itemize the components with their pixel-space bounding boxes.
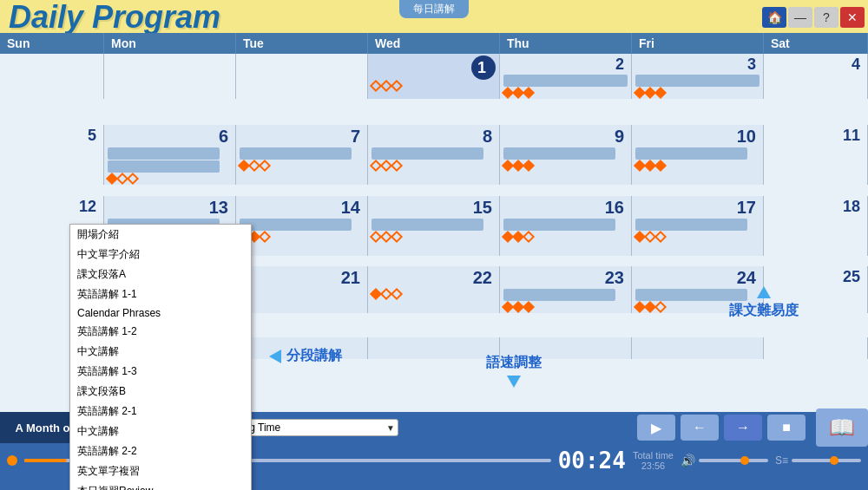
speed-track[interactable] bbox=[792, 459, 861, 462]
cell-feb21[interactable]: 21 bbox=[236, 266, 368, 313]
minimize-button[interactable]: — bbox=[788, 7, 812, 28]
cell-feb4[interactable]: 4 bbox=[764, 54, 868, 99]
diamonds-feb23 bbox=[503, 303, 628, 311]
diamonds-feb6 bbox=[108, 174, 232, 183]
diamonds-feb10 bbox=[635, 161, 760, 170]
book-button[interactable]: 📖 bbox=[816, 408, 868, 447]
lesson-bar-3 bbox=[635, 75, 760, 87]
dropdown-item-1[interactable]: 開場介紹 bbox=[70, 225, 251, 245]
dropdown-item-14[interactable]: 本日複習Review bbox=[70, 481, 251, 490]
day-2: 2 bbox=[503, 56, 628, 74]
dropdown-item-4[interactable]: 英語講解 1-1 bbox=[70, 284, 251, 304]
lesson-b17 bbox=[635, 219, 747, 231]
volume-track[interactable] bbox=[699, 459, 768, 462]
cell-feb16[interactable]: 16 bbox=[500, 196, 632, 256]
speed-section[interactable]: S≡ bbox=[775, 454, 861, 467]
day-10: 10 bbox=[635, 127, 760, 147]
day-16: 16 bbox=[503, 198, 628, 218]
diamonds-feb8 bbox=[372, 161, 496, 170]
lesson-b16 bbox=[503, 219, 615, 231]
dropdown-item-12[interactable]: 英語講解 2-2 bbox=[70, 441, 251, 461]
cell-mar3[interactable] bbox=[632, 337, 764, 359]
cell-feb11[interactable]: 11 bbox=[764, 125, 868, 185]
help-button[interactable]: ? bbox=[814, 7, 838, 28]
dropdown-item-11[interactable]: 中文講解 bbox=[70, 421, 251, 441]
day-7: 7 bbox=[240, 127, 364, 147]
header-fri: Fri bbox=[632, 33, 764, 54]
dropdown-item-7[interactable]: 中文講解 bbox=[70, 342, 251, 362]
cell-empty-2[interactable] bbox=[104, 54, 236, 99]
day-8: 8 bbox=[372, 127, 496, 147]
dropdown-item-13[interactable]: 英文單字複習 bbox=[70, 461, 251, 481]
cell-feb1[interactable]: 1 bbox=[368, 54, 500, 99]
prev-button[interactable]: ← bbox=[681, 415, 719, 441]
diamonds-feb15 bbox=[372, 232, 496, 241]
progress-dot[interactable] bbox=[7, 455, 17, 466]
cell-feb2[interactable]: 2 bbox=[500, 54, 632, 99]
diamonds-feb16 bbox=[503, 232, 628, 241]
dropdown-item-3[interactable]: 課文段落A bbox=[70, 265, 251, 284]
annotation-fenduan: 分段講解 bbox=[269, 347, 342, 365]
cell-mar4[interactable] bbox=[764, 337, 868, 359]
close-button[interactable]: ✕ bbox=[840, 7, 865, 28]
cell-feb14[interactable]: 14 bbox=[236, 196, 368, 256]
day-6: 6 bbox=[108, 127, 232, 147]
app-title: Daily Program bbox=[9, 0, 220, 36]
diamonds-feb3 bbox=[635, 88, 760, 97]
dropdown-item-5[interactable]: Calendar Phrases bbox=[70, 304, 251, 322]
diamonds-feb14 bbox=[240, 232, 364, 241]
day-14: 14 bbox=[240, 198, 364, 218]
day-12: 12 bbox=[3, 198, 100, 216]
cell-feb3[interactable]: 3 bbox=[632, 54, 764, 99]
day-18: 18 bbox=[767, 198, 864, 216]
lesson-dropdown-menu[interactable]: 開場介紹 中文單字介紹 課文段落A 英語講解 1-1 Calendar Phra… bbox=[69, 224, 252, 490]
day-23: 23 bbox=[503, 268, 628, 288]
annotation-label-fenduan: 分段講解 bbox=[286, 347, 342, 365]
diamonds-feb1 bbox=[372, 82, 496, 90]
next-button[interactable]: → bbox=[724, 415, 762, 441]
cell-feb10[interactable]: 10 bbox=[632, 125, 764, 185]
cell-empty-3[interactable] bbox=[236, 54, 368, 99]
header-tue: Tue bbox=[236, 33, 368, 54]
cell-feb7[interactable]: 7 bbox=[236, 125, 368, 185]
cell-empty-1[interactable] bbox=[0, 54, 104, 99]
current-time-display: 00:24 bbox=[558, 448, 626, 474]
volume-section[interactable]: 🔊 bbox=[681, 454, 768, 467]
cell-feb22[interactable]: 22 bbox=[368, 266, 500, 313]
diamonds-feb2 bbox=[503, 88, 628, 97]
dropdown-item-9[interactable]: 課文段落B bbox=[70, 382, 251, 402]
cell-feb23[interactable]: 23 bbox=[500, 266, 632, 313]
dropdown-item-8[interactable]: 英語講解 1-3 bbox=[70, 362, 251, 382]
cell-feb6[interactable]: 6 bbox=[104, 125, 236, 185]
cell-feb17[interactable]: 17 bbox=[632, 196, 764, 256]
arrow-up-difficulty-icon bbox=[757, 286, 771, 298]
stop-button[interactable]: ■ bbox=[767, 415, 806, 441]
total-time-display: Total time 23:56 bbox=[633, 450, 674, 471]
cell-mar1[interactable] bbox=[368, 337, 500, 359]
cell-feb8[interactable]: 8 bbox=[368, 125, 500, 185]
cell-feb15[interactable]: 15 bbox=[368, 196, 500, 256]
top-controls: 🏠 — ? ✕ bbox=[762, 0, 868, 35]
home-button[interactable]: 🏠 bbox=[762, 7, 786, 28]
diamonds-feb22 bbox=[372, 290, 496, 298]
cell-feb18[interactable]: 18 bbox=[764, 196, 868, 256]
lesson-b9 bbox=[503, 147, 615, 160]
lesson-b15 bbox=[372, 219, 483, 231]
dropdown-item-6[interactable]: 英語講解 1-2 bbox=[70, 322, 251, 342]
lesson-b10 bbox=[635, 147, 747, 160]
dropdown-item-2[interactable]: 中文單字介紹 bbox=[70, 245, 251, 265]
cell-feb9[interactable]: 9 bbox=[500, 125, 632, 185]
top-bar: Daily Program 每日講解 🏠 — ? ✕ bbox=[0, 0, 868, 35]
speed-dot bbox=[830, 456, 838, 465]
day-3: 3 bbox=[635, 56, 760, 74]
day-22: 22 bbox=[372, 268, 496, 288]
diamonds-feb7 bbox=[240, 161, 364, 170]
cell-feb5[interactable]: 5 bbox=[0, 125, 104, 185]
lesson-b6a bbox=[108, 147, 220, 160]
dropdown-item-10[interactable]: 英語講解 2-1 bbox=[70, 402, 251, 421]
volume-dot bbox=[740, 456, 749, 465]
daily-badge: 每日講解 bbox=[399, 0, 469, 18]
day-5: 5 bbox=[3, 127, 100, 145]
play-button[interactable]: ▶ bbox=[637, 415, 675, 441]
lesson-b23 bbox=[503, 289, 615, 301]
